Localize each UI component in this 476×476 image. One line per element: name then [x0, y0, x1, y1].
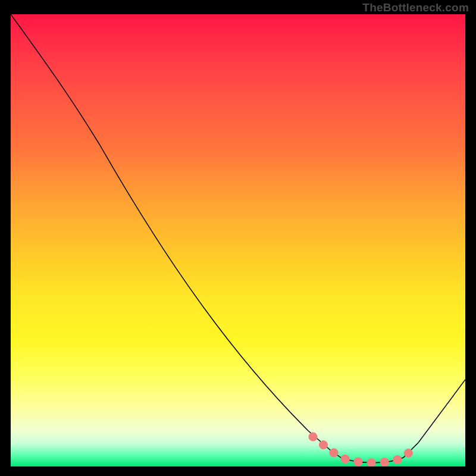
highlight-band: [313, 437, 415, 463]
chart-frame: TheBottleneck.com: [0, 0, 476, 476]
curve-overlay: [11, 14, 465, 466]
plot-area: [11, 14, 465, 466]
bottleneck-curve: [11, 14, 465, 463]
attribution-text: TheBottleneck.com: [362, 1, 469, 14]
